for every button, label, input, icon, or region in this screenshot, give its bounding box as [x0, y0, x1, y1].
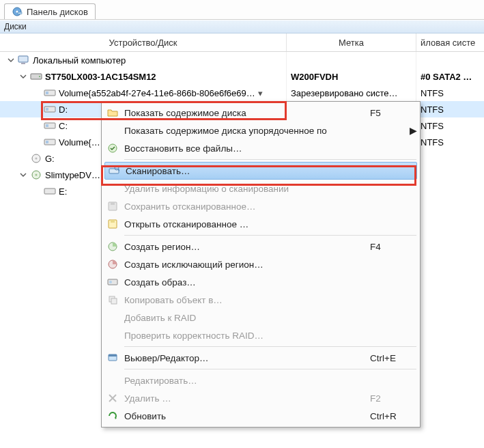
tree-node-label: E: [59, 186, 67, 197]
menu-item-recover-all-files[interactable]: Восстановить все файлы… [104, 139, 418, 157]
column-headers: Устройство/Диск Метка йловая систе [0, 33, 484, 52]
menu-item-copy-object: Копировать объект в… [104, 291, 418, 309]
cell-label: W200FVDH [291, 72, 338, 82]
cell-fs: #0 SATA2 … [421, 72, 472, 82]
column-label[interactable]: Метка [287, 33, 416, 51]
region-excl-icon [104, 259, 122, 270]
svg-point-16 [35, 158, 38, 160]
tree-node-label: D: [59, 104, 68, 115]
svg-rect-12 [46, 124, 48, 127]
viewer-icon [104, 352, 122, 363]
optical-drive-icon [30, 170, 42, 180]
region-icon [104, 241, 122, 252]
recover-icon [104, 143, 122, 154]
expander-icon[interactable] [19, 72, 27, 81]
copy-icon [104, 294, 122, 305]
menu-label: Проверить корректность RAID… [122, 331, 370, 341]
volume-icon [44, 88, 56, 98]
tree-row-disk-st750[interactable]: ST750LX003-1AC154SM12 W200FVDH #0 SATA2 … [0, 68, 484, 85]
menu-item-delete-scan-info: Удалить информацию о сканировании [104, 180, 418, 197]
disks-panel-icon [12, 6, 23, 17]
cell-fs: NTFS [421, 104, 444, 115]
expander-icon[interactable] [19, 171, 27, 179]
menu-label: Удалить информацию о сканировании [122, 184, 370, 194]
svg-rect-25 [111, 202, 115, 205]
menu-label: Удалить … [122, 393, 370, 404]
chevron-down-icon: ▾ [258, 88, 263, 98]
menu-item-viewer-editor[interactable]: Вьювер/Редактор… Ctrl+E [104, 349, 418, 367]
svg-rect-21 [109, 169, 119, 173]
tree-row-volume-reserved[interactable]: Volume{a552ab4f-27e4-11e6-866b-806e6f6e6… [0, 85, 484, 101]
cell-fs: NTFS [421, 88, 444, 98]
refresh-icon [104, 410, 122, 421]
volume-icon [44, 137, 56, 147]
svg-rect-35 [109, 354, 117, 356]
menu-label: Сохранить отсканированное… [122, 201, 370, 212]
menu-label: Создать исключающий регион… [122, 260, 370, 270]
menu-item-scan[interactable]: Сканировать… [104, 162, 417, 180]
column-filesystem[interactable]: йловая систе [416, 33, 484, 51]
menu-item-check-raid: Проверить корректность RAID… [104, 326, 418, 344]
svg-rect-33 [111, 298, 117, 304]
menu-item-delete: Удалить … F2 [104, 389, 418, 407]
volume-icon [44, 104, 56, 114]
menu-separator [124, 346, 416, 347]
menu-label: Вьювер/Редактор… [122, 353, 370, 363]
menu-item-show-disk-contents[interactable]: Показать содержимое диска F5 [104, 104, 418, 122]
svg-rect-2 [18, 12, 22, 14]
svg-point-6 [39, 76, 40, 77]
svg-point-31 [109, 281, 112, 283]
menu-separator [124, 369, 416, 369]
menu-label: Сканировать… [123, 166, 369, 176]
subheader-label: Диски [4, 22, 27, 31]
delete-icon [104, 393, 122, 404]
svg-rect-14 [46, 141, 48, 143]
menu-shortcut: F5 [370, 108, 418, 118]
folder-open-icon [104, 107, 122, 118]
menu-label: Создать регион… [122, 242, 370, 252]
computer-icon [18, 55, 30, 65]
menu-label: Показать содержимое диска [122, 108, 370, 118]
svg-rect-19 [44, 188, 55, 194]
image-icon [104, 277, 122, 288]
tree-node-label: C: [59, 121, 68, 131]
save-disk-icon [104, 201, 122, 212]
tree-node-label: ST750LX003-1AC154SM12 [45, 72, 156, 82]
menu-separator [124, 159, 416, 160]
tree-node-label: SlimtypeDV… [45, 170, 100, 180]
expander-icon[interactable] [7, 56, 15, 64]
cell-fs: NTFS [421, 137, 444, 148]
disk-tree: Локальный компьютер ST750LX003-1AC154SM1… [0, 52, 484, 199]
disk-icon [44, 186, 56, 196]
tree-node-label: Volume{… [59, 137, 100, 148]
tree-node-label: Volume{a552ab4f-27e4-11e6-866b-806e6f6e6… [59, 88, 255, 98]
menu-item-create-excluding-region[interactable]: Создать исключающий регион… [104, 255, 418, 273]
menu-item-open-scanned[interactable]: Открыть отсканированное … [104, 215, 418, 233]
menu-label: Обновить [122, 411, 370, 421]
menu-label: Редактировать… [122, 376, 370, 386]
svg-rect-4 [21, 63, 25, 64]
menu-item-refresh[interactable]: Обновить Ctrl+R [104, 407, 418, 425]
svg-rect-8 [46, 92, 48, 94]
menu-label: Показать содержимое диска упорядоченное … [122, 126, 408, 136]
subheader-disks: Диски [0, 20, 484, 33]
menu-shortcut: Ctrl+R [370, 411, 418, 421]
svg-point-18 [35, 174, 38, 176]
menu-item-create-image[interactable]: Создать образ… [104, 273, 418, 291]
menu-item-save-scanned: Сохранить отсканированное… [104, 197, 418, 215]
submenu-arrow-icon: ▶ [408, 125, 418, 136]
svg-rect-10 [46, 108, 48, 111]
cell-label: Зарезервировано систе… [291, 88, 397, 98]
tab-strip: Панель дисков [0, 0, 484, 20]
scan-icon [105, 165, 123, 176]
tab-disks-panel[interactable]: Панель дисков [4, 3, 96, 19]
menu-item-create-region[interactable]: Создать регион… F4 [104, 238, 418, 255]
menu-item-show-disk-contents-ordered[interactable]: Показать содержимое диска упорядоченное … [104, 122, 418, 139]
menu-label: Копировать объект в… [122, 295, 370, 305]
menu-label: Добавить к RAID [122, 313, 370, 323]
column-device[interactable]: Устройство/Диск [0, 33, 287, 51]
menu-shortcut: Ctrl+E [370, 353, 418, 363]
tree-node-label: G: [45, 154, 55, 164]
tree-row-local-computer[interactable]: Локальный компьютер [0, 52, 484, 68]
menu-separator [124, 235, 416, 236]
